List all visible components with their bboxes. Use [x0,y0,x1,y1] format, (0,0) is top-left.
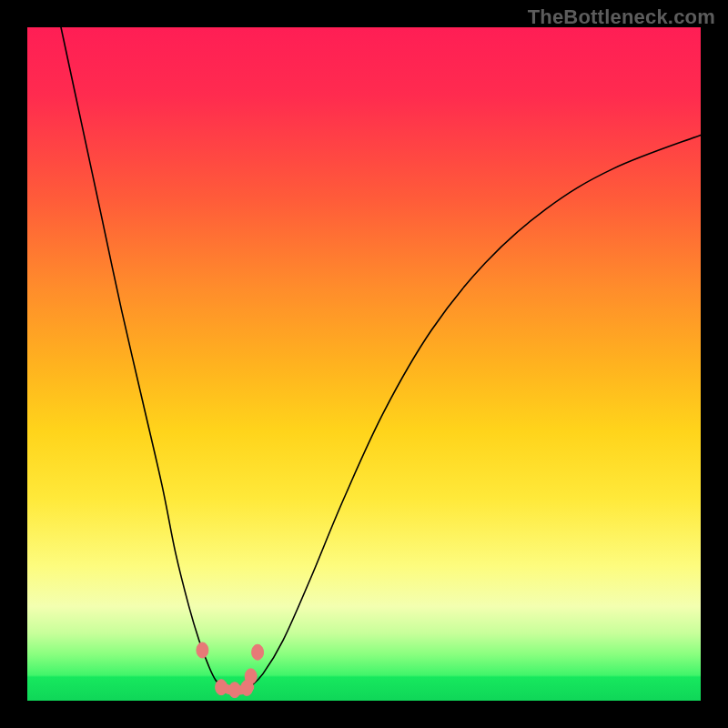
marker-floor-right [241,680,253,695]
watermark-text: TheBottleneck.com [528,5,715,29]
left-branch-curve [61,27,223,687]
plot-area [27,27,701,701]
marker-right-dot-upper [252,644,264,660]
marker-floor-mid [228,682,240,698]
marker-left-dot [197,642,208,658]
chart-frame: TheBottleneck.com [0,0,728,728]
curve-layer [27,27,701,701]
marker-floor-left [216,680,228,695]
right-branch-curve [249,135,701,687]
